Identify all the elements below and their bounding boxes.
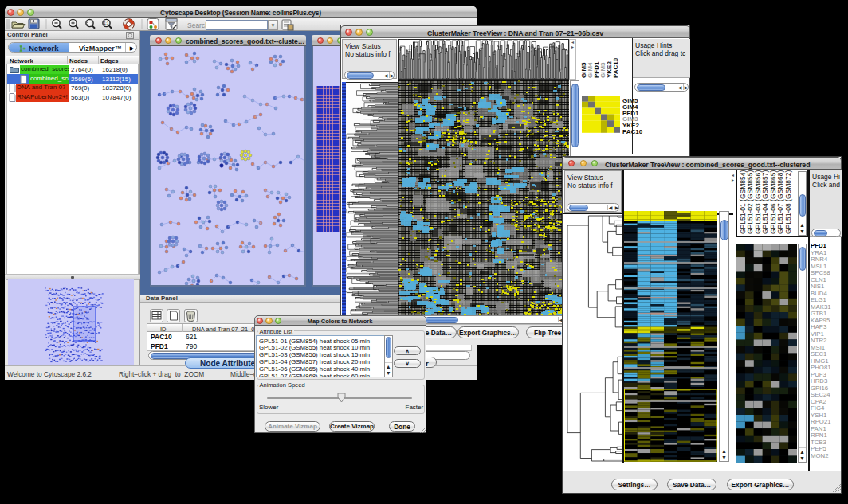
svg-text:1:1: 1:1 bbox=[104, 21, 109, 25]
